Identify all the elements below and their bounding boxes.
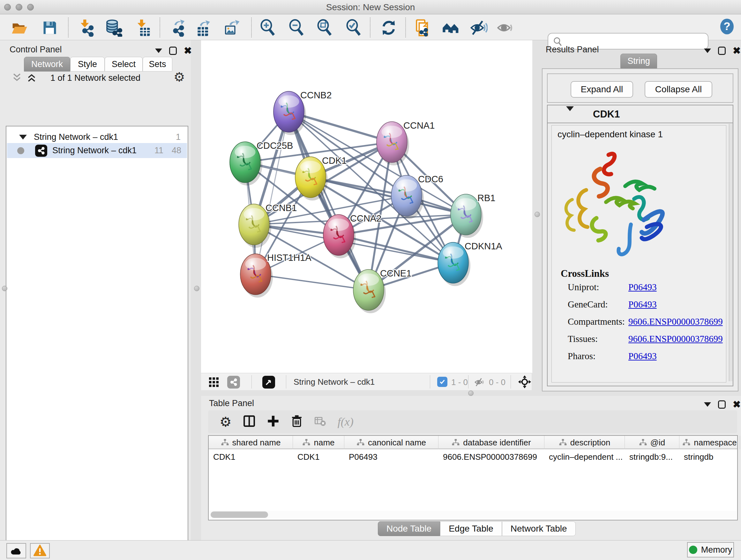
collapse-all-button[interactable]: Collapse All	[645, 81, 712, 98]
network-collection-row[interactable]: String Network – cdk1 1	[7, 130, 187, 145]
table-cell[interactable]: 9606.ENSP00000378699	[439, 450, 544, 463]
panel-float-icon[interactable]	[169, 47, 177, 55]
table-settings-gear-icon[interactable]: ⚙	[219, 414, 232, 430]
network-node-CCNB2[interactable]: CCNB2	[273, 90, 332, 135]
export-table-button[interactable]	[195, 19, 212, 37]
node-label: CDC6	[418, 174, 443, 184]
crosslink-link[interactable]: P06493	[628, 299, 657, 310]
network-node-RB1[interactable]: RB1	[451, 193, 495, 238]
table-horizontal-scrollbar[interactable]	[209, 511, 737, 518]
export-network-button[interactable]	[169, 19, 186, 37]
zoom-selected-icon	[345, 19, 362, 37]
panel-menu-icon[interactable]	[155, 49, 162, 53]
crosslink-link[interactable]: 9606.ENSP00000378699	[628, 334, 723, 344]
birds-eye-view-icon[interactable]	[208, 376, 219, 389]
crosslink-link[interactable]: P06493	[628, 351, 657, 361]
left-edge-splitter-handle[interactable]	[2, 286, 7, 291]
hide-selected-button[interactable]	[470, 19, 488, 37]
column-source-icon	[302, 438, 311, 447]
import-network-icon	[77, 19, 94, 37]
control-panel: Control Panel ✖ Network Style Select Set…	[0, 40, 191, 540]
panel-close-icon[interactable]: ✖	[733, 47, 741, 55]
help-button[interactable]: ?	[718, 17, 736, 36]
tab-string[interactable]: String	[620, 54, 657, 68]
control-canvas-splitter-handle[interactable]	[194, 286, 199, 291]
network-node-CCNA1[interactable]: CCNA1	[377, 120, 434, 165]
crosslink-link[interactable]: 9606.ENSP00000378699	[628, 316, 723, 327]
table-cell[interactable]: CDK1	[209, 450, 293, 463]
panel-close-icon[interactable]: ✖	[733, 400, 741, 409]
network-node-CCNE1[interactable]: CCNE1	[353, 268, 411, 313]
delete-column-trash-icon[interactable]	[290, 415, 303, 429]
show-columns-icon[interactable]	[243, 415, 256, 429]
export-image-button[interactable]	[223, 19, 241, 37]
column-header-database-identifier[interactable]: database identifier	[439, 436, 544, 449]
column-header-@id[interactable]: @id	[625, 436, 679, 449]
fit-content-crosshair-icon[interactable]	[518, 375, 532, 390]
import-table-file-button[interactable]	[133, 19, 151, 37]
zoom-fit-button[interactable]	[316, 19, 333, 37]
panel-menu-icon[interactable]	[704, 49, 711, 53]
memory-button[interactable]: Memory	[687, 542, 734, 557]
expand-all-button[interactable]: Expand All	[570, 81, 633, 98]
tab-style[interactable]: Style	[70, 57, 105, 71]
tab-select[interactable]: Select	[105, 57, 143, 71]
open-in-window-icon[interactable]	[262, 376, 275, 388]
network-canvas[interactable]: CCNB2 CCNA1 CDC25B CDK1 CDC6	[201, 40, 532, 373]
home-layout-button[interactable]	[442, 19, 460, 37]
panel-float-icon[interactable]	[718, 400, 726, 409]
refresh-button[interactable]	[380, 19, 398, 37]
crosslink-link[interactable]: P06493	[628, 282, 657, 293]
table-cell[interactable]: CDK1	[293, 450, 344, 463]
table-cell[interactable]: stringdb	[679, 450, 740, 463]
table-cell[interactable]: P06493	[344, 450, 439, 463]
section-expander-icon[interactable]	[566, 111, 574, 117]
column-header-name[interactable]: name	[293, 436, 344, 449]
zoom-selected-button[interactable]	[345, 19, 362, 37]
save-session-button[interactable]	[41, 19, 59, 37]
tab-sets[interactable]: Sets	[143, 57, 172, 71]
tab-network-table[interactable]: Network Table	[502, 521, 576, 536]
zoom-out-icon	[288, 19, 305, 37]
canvas-table-splitter-handle[interactable]	[468, 390, 474, 396]
tab-network[interactable]: Network	[24, 57, 70, 71]
scrollbar-thumb[interactable]	[211, 511, 268, 518]
column-header-shared-name[interactable]: shared name	[209, 436, 293, 449]
node-result-header[interactable]: CDK1	[548, 105, 733, 123]
tab-node-table[interactable]: Node Table	[378, 521, 440, 536]
copy-style-button[interactable]	[414, 19, 431, 37]
column-header-namespace[interactable]: namespace	[679, 436, 740, 449]
save-floppy-icon	[42, 19, 58, 36]
network-row-selected[interactable]: String Network – cdk1 11 48	[7, 143, 187, 158]
zoom-in-button[interactable]	[259, 19, 277, 37]
collection-expander-icon[interactable]	[19, 135, 27, 139]
results-scrollbar[interactable]	[729, 124, 733, 381]
column-header-canonical-name[interactable]: canonical name	[344, 436, 439, 449]
column-header-description[interactable]: description	[544, 436, 625, 449]
string-view-icon[interactable]	[227, 376, 240, 388]
open-session-button[interactable]	[10, 19, 28, 37]
import-network-database-button[interactable]	[105, 19, 123, 37]
network-options-gear-icon[interactable]: ⚙	[174, 70, 185, 84]
network-edge[interactable]	[289, 112, 368, 290]
table-cell[interactable]: cyclin–dependent ...	[544, 450, 625, 463]
zoom-out-button[interactable]	[287, 19, 306, 37]
network-node-HIST1H1A[interactable]: HIST1H1A	[240, 253, 312, 298]
network-node-CDC25B[interactable]: CDC25B	[230, 140, 293, 186]
selected-checkbox-icon[interactable]	[437, 377, 448, 387]
cloud-status-button[interactable]	[6, 543, 26, 558]
panel-float-icon[interactable]	[718, 47, 726, 55]
panel-close-icon[interactable]: ✖	[184, 47, 192, 55]
hidden-eye-slash-icon[interactable]	[474, 376, 486, 389]
create-column-icon[interactable]	[267, 415, 280, 429]
toolbar-separator	[159, 17, 160, 37]
network-node-CCNA2[interactable]: CCNA2	[323, 213, 381, 258]
panel-menu-icon[interactable]	[704, 402, 711, 407]
import-network-file-button[interactable]	[77, 19, 94, 37]
network-node-CDKN1A[interactable]: CDKN1A	[438, 241, 502, 286]
warnings-button[interactable]	[30, 543, 50, 558]
tab-edge-table[interactable]: Edge Table	[440, 521, 502, 536]
table-cell[interactable]: stringdb:9...	[625, 450, 679, 463]
show-all-button[interactable]	[497, 19, 515, 37]
network-node-CCNB1[interactable]: CCNB1	[239, 203, 297, 248]
